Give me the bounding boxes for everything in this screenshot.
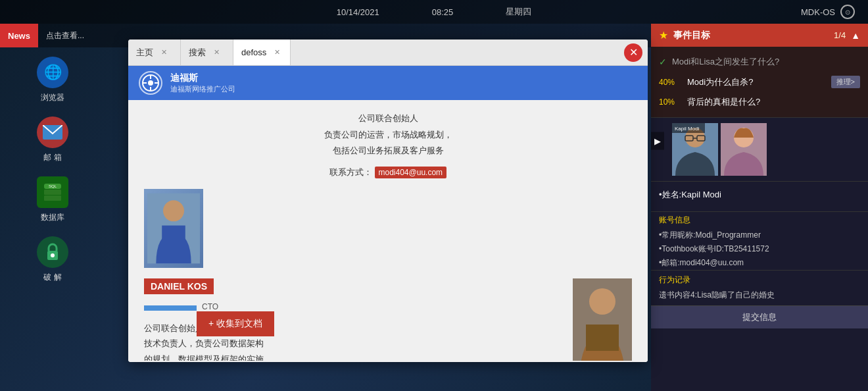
right-panel: ★ 事件目标 1/4 ▲ ✓ Modi和Lisa之间发生了什么? 40% Mod… xyxy=(651,24,868,391)
objectives-list: ✓ Modi和Lisa之间发生了什么? 40% Modi为什么自杀? 推理> 1… xyxy=(651,47,868,117)
os-logo-icon: ⊙ xyxy=(840,5,855,19)
tab-defoss-close-icon[interactable]: ✕ xyxy=(272,47,282,58)
behavior-section: 行为记录 遗书内容4:Lisa隐瞒了自己的婚史 xyxy=(651,270,868,305)
company-name-block: 迪福斯 迪福斯网络推广公司 xyxy=(170,72,235,94)
sidebar-item-browser[interactable]: 🌐 浏览器 xyxy=(37,57,68,103)
role-bar-icon xyxy=(144,305,197,311)
browser-tabbar: 主页 ✕ 搜索 ✕ defoss ✕ ✕ xyxy=(128,39,648,66)
news-text: 点击查看... xyxy=(38,30,84,41)
profile-photo-modi[interactable]: Kapil Modi xyxy=(672,123,718,176)
company-logo-icon xyxy=(139,71,162,95)
tab-home-label: 主页 xyxy=(136,47,153,59)
topbar-date: 10/14/2021 xyxy=(337,7,379,17)
check-icon-1: ✓ xyxy=(659,57,667,67)
pct-badge-2: 40% xyxy=(659,78,682,87)
svg-rect-15 xyxy=(162,225,185,243)
browser-close-button[interactable]: ✕ xyxy=(624,43,642,62)
event-title: 事件目标 xyxy=(673,30,829,41)
person1-row xyxy=(144,189,632,268)
database-label: 数据库 xyxy=(41,212,64,223)
objective-text-1: Modi和Lisa之间发生了什么? xyxy=(672,56,860,68)
browser-label: 浏览器 xyxy=(41,92,64,103)
star-icon: ★ xyxy=(659,29,668,41)
svg-rect-3 xyxy=(44,195,61,201)
event-count: 1/4 xyxy=(834,30,846,40)
os-name: MDK-OS xyxy=(801,7,835,17)
scroll-left-area: ▶ xyxy=(656,141,669,159)
person1-info: 公司联合创始人 负责公司的运营，市场战略规划， 包括公司业务拓展及客户服务 联系… xyxy=(144,111,632,181)
collect-to-doc-button[interactable]: + 收集到文档 xyxy=(197,311,274,336)
tab-home[interactable]: 主页 ✕ xyxy=(128,39,181,65)
person2-desc2: 技术负责人，负责公司数据架构 xyxy=(144,336,565,351)
person1-email: modi404@uu.com xyxy=(375,167,447,178)
sidebar-item-database[interactable]: SQL 数据库 xyxy=(37,176,68,223)
svg-rect-2 xyxy=(44,190,61,195)
news-tag: News xyxy=(0,24,38,47)
hack-icon xyxy=(37,236,68,268)
svg-point-8 xyxy=(148,80,153,86)
sidebar-item-hack[interactable]: 破 解 xyxy=(37,236,68,283)
sidebar: 🌐 浏览器 邮 箱 SQL 数据库 破 解 xyxy=(0,24,105,391)
objective-text-2: Modi为什么自杀? xyxy=(687,76,826,88)
char-name: •姓名:Kapil Modi xyxy=(659,187,860,203)
person2-name: DANIEL KOS xyxy=(144,278,214,294)
topbar-right: MDK-OS ⊙ xyxy=(801,5,855,19)
svg-text:SQL: SQL xyxy=(49,184,57,188)
browser-content: 迪福斯 迪福斯网络推广公司 公司联合创始人 负责公司的运营，市场战略规划， 包括… xyxy=(128,66,648,362)
account-email: •邮箱:modi404@uu.com xyxy=(651,256,868,270)
sidebar-item-mail[interactable]: 邮 箱 xyxy=(37,117,68,163)
tab-defoss[interactable]: defoss ✕ xyxy=(233,39,291,65)
person1-desc3: 包括公司业务拓展及客户服务 xyxy=(144,143,632,159)
tab-defoss-label: defoss xyxy=(241,47,266,57)
svg-point-6 xyxy=(51,253,55,257)
person1-desc1: 公司联合创始人 xyxy=(144,111,632,127)
behavior-title: 行为记录 xyxy=(659,274,860,286)
topbar-weekday: 星期四 xyxy=(506,6,531,18)
event-header: ★ 事件目标 1/4 ▲ xyxy=(651,24,868,47)
content-area[interactable]: 公司联合创始人 负责公司的运营，市场战略规划， 包括公司业务拓展及客户服务 联系… xyxy=(128,100,648,361)
person1-text-area xyxy=(216,189,632,268)
company-name-main: 迪福斯 xyxy=(170,72,235,84)
tab-search[interactable]: 搜索 ✕ xyxy=(181,39,233,65)
objective-text-3: 背后的真相是什么? xyxy=(687,96,860,108)
company-header: 迪福斯 迪福斯网络推广公司 xyxy=(128,66,648,100)
person1-desc2: 负责公司的运营，市场战略规划， xyxy=(144,127,632,143)
scroll-right-icon[interactable]: ▶ xyxy=(651,132,664,149)
submit-button[interactable]: 提交信息 xyxy=(651,305,868,328)
tab-home-close-icon[interactable]: ✕ xyxy=(158,47,169,58)
collapse-icon[interactable]: ▲ xyxy=(851,30,860,41)
contact-label: 联系方式： xyxy=(329,167,372,177)
account-toothbook-id: •Toothbook账号ID:TB25411572 xyxy=(651,242,868,256)
account-nickname: •常用昵称:Modi_Programmer xyxy=(651,228,868,242)
person1-photo xyxy=(144,189,203,268)
account-section-title: 账号信息 xyxy=(651,211,868,228)
char-info: •姓名:Kapil Modi xyxy=(651,182,868,211)
browser-window: 主页 ✕ 搜索 ✕ defoss ✕ ✕ xyxy=(128,39,648,362)
person2-desc3: 的规划，数据模型及框架的实施 xyxy=(144,352,565,361)
collect-btn-container: + 收集到文档 xyxy=(197,311,274,336)
objective-item-1: ✓ Modi和Lisa之间发生了什么? xyxy=(651,52,868,72)
profile-row: ▶ Kapil Modi xyxy=(651,118,868,181)
company-name-sub: 迪福斯网络推广公司 xyxy=(170,84,235,94)
profile-photo-lisa[interactable] xyxy=(721,123,767,176)
objective-item-2: 40% Modi为什么自杀? 推理> xyxy=(651,72,868,92)
mail-label: 邮 箱 xyxy=(43,152,61,163)
topbar: 10/14/2021 08:25 星期四 MDK-OS ⊙ xyxy=(0,0,868,24)
tab-search-label: 搜索 xyxy=(189,47,206,59)
svg-text:Kapil Modi: Kapil Modi xyxy=(675,126,700,132)
objective-item-3: 10% 背后的真相是什么? xyxy=(651,92,868,112)
svg-point-14 xyxy=(163,200,184,221)
person2-photo xyxy=(573,278,632,361)
behavior-item-1: 遗书内容4:Lisa隐瞒了自己的婚史 xyxy=(659,288,860,301)
svg-point-17 xyxy=(589,288,615,315)
mail-icon xyxy=(37,117,68,148)
database-icon: SQL xyxy=(37,176,68,208)
person1-contact: 联系方式： modi404@uu.com xyxy=(144,165,632,181)
tab-search-close-icon[interactable]: ✕ xyxy=(211,47,222,58)
infer-button-2[interactable]: 推理> xyxy=(831,76,860,88)
svg-rect-18 xyxy=(586,325,619,351)
browser-icon: 🌐 xyxy=(37,57,68,88)
topbar-time: 08:25 xyxy=(432,7,454,17)
person2-role: CTO xyxy=(202,302,218,311)
person2-card: DANIEL KOS CTO 公司联合创始人 技术负责人，负责公司数据架构 的规… xyxy=(144,278,632,361)
